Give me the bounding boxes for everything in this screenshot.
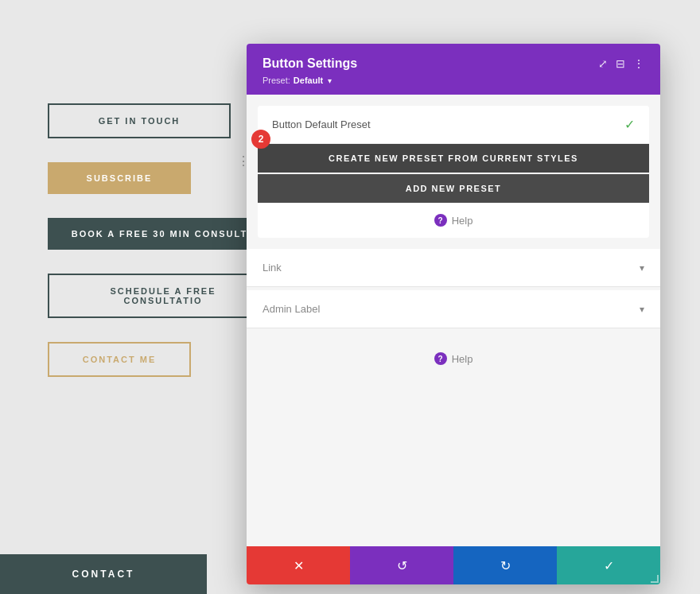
three-dots-icon[interactable]: ⋮ [633, 57, 644, 70]
get-in-touch-button[interactable]: GET IN TOUCH [48, 103, 231, 138]
link-section-header[interactable]: Link ▾ [247, 249, 660, 286]
modal-body: Button Default Preset ✓ CREATE NEW PRESE… [247, 95, 660, 546]
preset-arrow-icon: ▾ [328, 76, 332, 85]
preset-value: Default [294, 76, 323, 85]
help-icon: ? [434, 214, 447, 227]
preset-item-label: Button Default Preset [272, 118, 371, 130]
link-section: Link ▾ [247, 249, 660, 287]
preset-label: Preset: [262, 76, 290, 85]
contact-me-button[interactable]: CONTACT ME [48, 342, 191, 377]
preset-dropdown: Button Default Preset ✓ CREATE NEW PRESE… [258, 106, 649, 238]
admin-label-section: Admin Label ▾ [247, 290, 660, 328]
add-preset-button[interactable]: ADD NEW PRESET [258, 174, 649, 203]
resize-handle[interactable] [649, 573, 660, 584]
modal-header: Button Settings ⤢ ⊟ ⋮ Preset: Default ▾ [247, 44, 660, 95]
body-help-row: ? Help [247, 328, 660, 389]
body-help-text[interactable]: Help [452, 353, 473, 365]
dropdown-help-text[interactable]: Help [452, 215, 473, 227]
bottom-label-text: CONTACT [72, 569, 135, 580]
expand-icon[interactable]: ⤢ [598, 57, 608, 70]
modal-title: Button Settings [262, 56, 357, 71]
modal-header-icons: ⤢ ⊟ ⋮ [598, 57, 644, 70]
redo-button[interactable]: ↻ [453, 546, 557, 584]
undo-button[interactable]: ↺ [350, 546, 453, 584]
admin-label-section-header[interactable]: Admin Label ▾ [247, 290, 660, 328]
link-section-title: Link [262, 262, 282, 274]
resize-icon [651, 575, 659, 583]
modal-preset-row[interactable]: Preset: Default ▾ [262, 76, 644, 85]
admin-label-section-title: Admin Label [262, 303, 320, 315]
subscribe-button[interactable]: SUBSCRIBE [48, 162, 191, 194]
book-button[interactable]: BOOK A FREE 30 MIN CONSULTA [48, 218, 278, 250]
schedule-button[interactable]: SCHEDULE A FREE CONSULTATIO [48, 274, 278, 318]
dropdown-help-row: ? Help [258, 203, 649, 238]
save-button[interactable]: ✓ [557, 546, 660, 584]
spacer [247, 238, 660, 249]
bottom-contact-label: CONTACT [0, 554, 207, 594]
admin-label-arrow-icon: ▾ [640, 304, 644, 315]
modal-footer: ✕ ↺ ↻ ✓ [247, 546, 660, 584]
link-section-arrow-icon: ▾ [640, 262, 644, 274]
preset-dropdown-item[interactable]: Button Default Preset ✓ [258, 106, 649, 144]
body-help-icon: ? [434, 352, 447, 365]
create-preset-button[interactable]: CREATE NEW PRESET FROM CURRENT STYLES [258, 144, 649, 173]
columns-icon[interactable]: ⊟ [616, 57, 625, 70]
button-settings-modal: Button Settings ⤢ ⊟ ⋮ Preset: Default ▾ … [247, 44, 660, 584]
preset-check-icon: ✓ [624, 117, 635, 132]
cancel-button[interactable]: ✕ [247, 546, 350, 584]
modal-header-top: Button Settings ⤢ ⊟ ⋮ [262, 56, 644, 71]
